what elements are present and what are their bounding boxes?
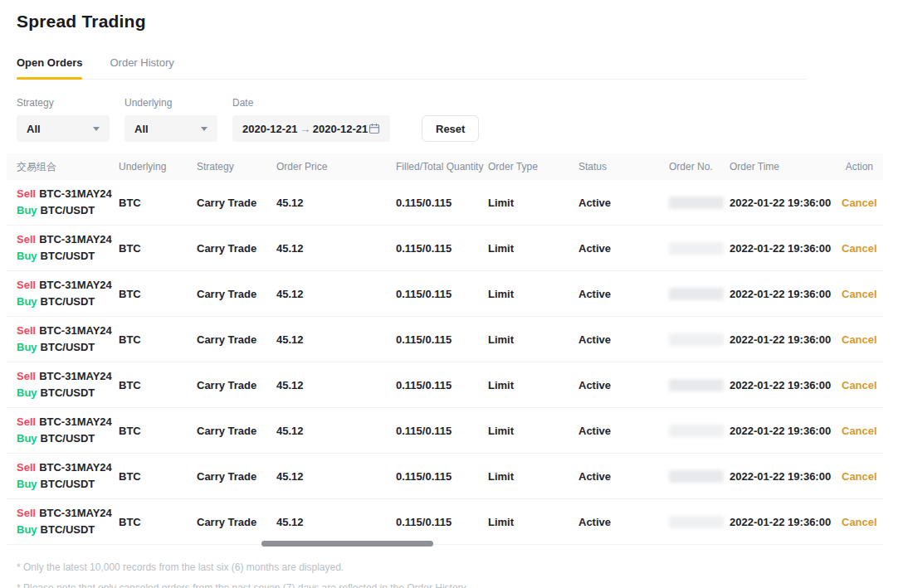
sell-leg: SellBTC-31MAY24 [17,323,119,339]
underlying-cell: BTC [119,379,197,391]
sell-symbol: BTC-31MAY24 [39,415,112,428]
date-to-value: 2020-12-21 [313,123,369,135]
pair-cell: SellBTC-31MAY24 BuyBTC/USDT [17,368,119,401]
buy-leg: BuyBTC/USDT [17,202,119,219]
sell-leg: SellBTC-31MAY24 [17,368,119,385]
sell-side-label: Sell [17,187,36,200]
buy-leg: BuyBTC/USDT [17,430,119,447]
filled-total-cell: 0.115/0.115 [396,242,488,255]
spread-trading-page: Spread Trading Open Orders Order History… [0,0,903,588]
cancel-link[interactable]: Cancel [842,516,877,528]
chevron-down-icon [93,127,100,131]
filter-bar: Strategy All Underlying All Date 2020-12… [17,97,886,142]
order-type-cell: Limit [488,516,578,528]
strategy-cell: Carry Trade [197,333,276,346]
cancel-link[interactable]: Cancel [842,288,877,300]
column-header-order-no: Order No. [669,161,730,173]
order-price-cell: 45.12 [276,470,396,483]
order-type-cell: Limit [488,425,578,437]
strategy-cell: Carry Trade [197,516,276,528]
table-row: SellBTC-31MAY24 BuyBTC/USDT BTC Carry Tr… [7,226,883,271]
status-cell: Active [578,288,669,300]
buy-leg: BuyBTC/USDT [17,339,119,356]
tab-open-orders[interactable]: Open Orders [17,56,82,79]
sell-leg: SellBTC-31MAY24 [17,505,119,522]
footnotes: * Only the latest 10,000 records from th… [17,561,886,588]
sell-leg: SellBTC-31MAY24 [17,277,119,294]
sell-leg: SellBTC-31MAY24 [17,459,119,476]
chevron-down-icon [201,127,207,131]
pair-cell: SellBTC-31MAY24 BuyBTC/USDT [17,231,119,265]
sell-side-label: Sell [17,370,36,382]
buy-side-label: Buy [17,341,37,353]
strategy-filter: Strategy All [17,97,110,142]
underlying-filter: Underlying All [124,97,217,142]
order-time-cell: 2022-01-22 19:36:00 [730,288,842,300]
tab-order-history[interactable]: Order History [110,56,173,79]
order-type-cell: Limit [488,470,578,483]
order-time-cell: 2022-01-22 19:36:00 [730,197,842,209]
order-no-redacted [669,197,724,209]
filled-total-cell: 0.115/0.115 [396,333,488,346]
buy-symbol: BTC/USDT [41,478,95,490]
table-row: SellBTC-31MAY24 BuyBTC/USDT BTC Carry Tr… [7,362,883,408]
pair-cell: SellBTC-31MAY24 BuyBTC/USDT [17,186,119,219]
strategy-cell: Carry Trade [197,242,276,255]
date-range-input[interactable]: 2020-12-21 → 2020-12-21 [232,115,390,142]
sell-leg: SellBTC-31MAY24 [17,414,119,430]
cancel-link[interactable]: Cancel [842,197,877,209]
page-title: Spread Trading [17,12,886,32]
sell-symbol: BTC-31MAY24 [39,461,112,474]
buy-leg: BuyBTC/USDT [17,248,119,265]
status-cell: Active [578,425,669,437]
filled-total-cell: 0.115/0.115 [396,425,488,437]
pair-cell: SellBTC-31MAY24 BuyBTC/USDT [17,414,119,447]
underlying-cell: BTC [119,197,197,209]
sell-side-label: Sell [17,415,36,428]
underlying-filter-label: Underlying [124,97,217,109]
buy-symbol: BTC/USDT [41,295,95,308]
strategy-select[interactable]: All [17,115,110,142]
status-cell: Active [578,333,669,346]
order-price-cell: 45.12 [276,242,396,255]
order-time-cell: 2022-01-22 19:36:00 [730,333,842,346]
cancel-link[interactable]: Cancel [842,333,877,346]
cancel-link[interactable]: Cancel [842,379,877,391]
column-header-strategy: Strategy [197,161,276,173]
buy-leg: BuyBTC/USDT [17,522,119,538]
reset-button[interactable]: Reset [422,115,479,142]
underlying-cell: BTC [119,470,197,483]
order-no-redacted [669,516,724,528]
table-row: SellBTC-31MAY24 BuyBTC/USDT BTC Carry Tr… [7,408,883,454]
strategy-filter-label: Strategy [17,97,110,109]
underlying-cell: BTC [119,516,197,528]
sell-side-label: Sell [17,461,36,474]
order-time-cell: 2022-01-22 19:36:00 [730,242,842,255]
order-price-cell: 45.12 [276,425,396,437]
filled-total-cell: 0.115/0.115 [396,470,488,483]
sell-symbol: BTC-31MAY24 [39,507,112,519]
cancel-link[interactable]: Cancel [842,470,877,483]
status-cell: Active [578,470,669,483]
strategy-cell: Carry Trade [197,379,276,391]
sell-side-label: Sell [17,279,36,291]
underlying-cell: BTC [119,333,197,346]
underlying-cell: BTC [119,288,197,300]
filled-total-cell: 0.115/0.115 [396,379,488,391]
buy-side-label: Buy [17,386,37,399]
cancel-link[interactable]: Cancel [842,425,877,437]
date-filter-label: Date [232,97,390,109]
buy-symbol: BTC/USDT [41,341,95,353]
underlying-select[interactable]: All [124,115,217,142]
cancel-link[interactable]: Cancel [842,242,877,255]
orders-table: 交易组合 Underlying Strategy Order Price Fil… [7,153,883,547]
sell-symbol: BTC-31MAY24 [39,324,112,337]
strategy-cell: Carry Trade [197,425,276,437]
horizontal-scrollbar-thumb[interactable] [261,541,433,547]
date-from-value: 2020-12-21 [242,123,298,135]
order-type-cell: Limit [488,288,578,300]
column-header-pair: 交易组合 [17,160,119,174]
sell-side-label: Sell [17,507,36,519]
table-row: SellBTC-31MAY24 BuyBTC/USDT BTC Carry Tr… [7,454,883,499]
order-type-cell: Limit [488,379,578,391]
